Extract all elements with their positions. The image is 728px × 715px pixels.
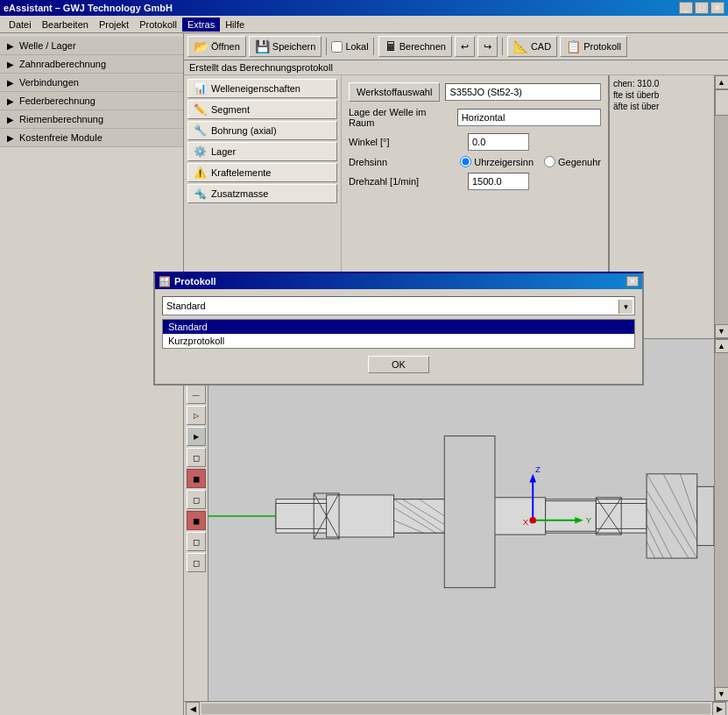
scroll-left-btn[interactable]: ◀ xyxy=(186,702,200,716)
svg-rect-9 xyxy=(444,436,495,588)
lage-label: Lage der Welle im Raum xyxy=(349,107,452,128)
toolbar: 📂 Öffnen 💾 Speichern Lokal 🖩 Berechnen ↩ xyxy=(184,33,728,60)
scroll-h-track xyxy=(201,704,710,714)
zusatzmasse-btn[interactable]: 🔩 Zusatzmasse xyxy=(187,184,337,203)
save-button[interactable]: 💾 Speichern xyxy=(249,36,322,57)
zusatzmasse-icon: 🔩 xyxy=(194,188,208,200)
sidebar-item-verbindungen[interactable]: ▶ Verbindungen xyxy=(0,74,183,92)
winkel-input[interactable] xyxy=(468,133,529,151)
bohrung-btn[interactable]: 🔧 Bohrung (axial) xyxy=(187,121,337,140)
minimize-btn[interactable]: _ xyxy=(679,2,693,14)
werkstoff-button[interactable]: Werkstoffauswahl xyxy=(349,82,440,102)
local-label: Lokal xyxy=(345,41,368,52)
svg-point-34 xyxy=(529,517,536,524)
tool-11[interactable]: ◻ xyxy=(187,553,206,572)
menu-bearbeiten[interactable]: Bearbeiten xyxy=(37,18,94,32)
tool-6[interactable]: ◻ xyxy=(187,448,206,467)
dropdown-item-kurzprotokoll[interactable]: Kurzprotokoll xyxy=(163,334,634,348)
calculate-icon: 🖩 xyxy=(385,39,397,53)
lager-btn[interactable]: ⚙️ Lager xyxy=(187,142,337,161)
werkstoff-input[interactable] xyxy=(445,83,601,101)
segment-icon: ✏️ xyxy=(194,103,208,116)
tool-7[interactable]: ◼ xyxy=(187,469,206,488)
sidebar-arrow-verbindungen: ▶ xyxy=(7,78,14,88)
sidebar-label-feder: Federberechnung xyxy=(19,96,95,106)
tool-9[interactable]: ◼ xyxy=(187,511,206,530)
lage-input[interactable] xyxy=(457,109,601,126)
segment-btn[interactable]: ✏️ Segment xyxy=(187,100,337,119)
local-checkbox[interactable] xyxy=(331,41,343,53)
gegenuhr-label[interactable]: Gegenuhr xyxy=(544,156,601,167)
tool-10[interactable]: ◻ xyxy=(187,532,206,551)
right-scrollbar[interactable]: ▲ ▼ xyxy=(714,75,728,338)
maximize-btn[interactable]: □ xyxy=(695,2,709,14)
viewport-tools: 🔍 ✋ — ▷ ▶ ◻ ◼ ◻ ◼ ◻ ◻ xyxy=(184,339,209,701)
lager-label: Lager xyxy=(211,146,236,157)
welleneigenschaften-btn[interactable]: 📊 Welleneigenschaften xyxy=(187,79,337,98)
dropdown-item-standard[interactable]: Standard xyxy=(163,320,634,334)
lage-row: Lage der Welle im Raum xyxy=(349,107,601,128)
select-container: Standard ▼ xyxy=(162,296,635,315)
scroll-right-btn[interactable]: ▶ xyxy=(712,702,726,716)
viewport-scroll-up[interactable]: ▲ xyxy=(715,339,729,353)
winkel-row: Winkel [°] xyxy=(349,133,601,151)
svg-text:Y: Y xyxy=(586,515,592,525)
tool-3[interactable]: — xyxy=(187,385,206,404)
menu-datei[interactable]: Datei xyxy=(4,18,37,32)
dialog-footer: OK xyxy=(162,352,635,377)
open-icon: 📂 xyxy=(194,39,209,53)
svg-rect-4 xyxy=(327,495,394,537)
open-label: Öffnen xyxy=(211,41,240,52)
redo-icon: ↪ xyxy=(484,41,491,53)
sidebar-arrow-welle: ▶ xyxy=(7,41,14,51)
drehzahl-label: Drehzahl [1/min] xyxy=(349,176,463,187)
uhrzeigersinn-label[interactable]: Uhrzeigersinn xyxy=(460,156,534,167)
svg-rect-3 xyxy=(276,504,327,529)
drehzahl-input[interactable] xyxy=(468,173,529,190)
menu-projekt[interactable]: Projekt xyxy=(94,18,134,32)
sidebar-arrow-zahnrad: ▶ xyxy=(7,60,14,69)
select-value: Standard xyxy=(166,301,631,311)
dialog-body: Standard ▼ Standard Kurzprotokoll OK xyxy=(155,289,642,384)
undo-button[interactable]: ↩ xyxy=(455,36,475,57)
scroll-up-btn[interactable]: ▲ xyxy=(715,75,729,89)
open-button[interactable]: 📂 Öffnen xyxy=(187,36,246,57)
viewport-container: 🔍 ✋ — ▷ ▶ ◻ ◼ ◻ ◼ ◻ ◻ xyxy=(184,338,728,701)
sidebar-item-welle[interactable]: ▶ Welle / Lager xyxy=(0,37,183,55)
sidebar-item-riemen[interactable]: ▶ Riemenberechnung xyxy=(0,110,183,129)
dialog-ok-btn[interactable]: OK xyxy=(368,356,429,373)
sidebar-label-welle: Welle / Lager xyxy=(19,40,76,51)
close-window-btn[interactable]: ✕ xyxy=(710,2,724,14)
sidebar-item-kostenfreie[interactable]: ▶ Kostenfreie Module xyxy=(0,129,183,147)
scroll-down-btn[interactable]: ▼ xyxy=(715,324,729,338)
menu-extras[interactable]: Extras xyxy=(182,18,220,32)
uhrzeigersinn-radio[interactable] xyxy=(460,156,471,167)
cad-button[interactable]: 📐 CAD xyxy=(507,36,557,57)
local-checkbox-label[interactable]: Lokal xyxy=(331,41,368,53)
viewport-scrollbar[interactable]: ▲ ▼ xyxy=(714,339,728,701)
info-line-2: fte ist überb xyxy=(613,90,710,100)
kraftelemente-btn[interactable]: ⚠️ Kraftelemente xyxy=(187,163,337,182)
horizontal-scrollbar[interactable]: ◀ ▶ xyxy=(184,701,728,715)
viewport-scroll-down[interactable]: ▼ xyxy=(715,687,729,701)
winkel-label: Winkel [°] xyxy=(349,137,463,147)
dialog-close-btn[interactable]: ✕ xyxy=(626,276,639,287)
zusatzmasse-label: Zusatzmasse xyxy=(211,188,268,199)
sidebar-arrow-feder: ▶ xyxy=(7,96,14,106)
svg-rect-11 xyxy=(697,486,714,545)
tool-4[interactable]: ▷ xyxy=(187,406,206,425)
sidebar-item-feder[interactable]: ▶ Federberechnung xyxy=(0,92,183,110)
gegenuhr-radio[interactable] xyxy=(544,156,555,167)
calculate-button[interactable]: 🖩 Berechnen xyxy=(378,36,452,57)
cad-label: CAD xyxy=(531,41,551,52)
protocol-button[interactable]: 📋 Protokoll xyxy=(560,36,627,57)
tool-5[interactable]: ▶ xyxy=(187,427,206,446)
svg-text:Z: Z xyxy=(535,464,541,474)
menu-protokoll[interactable]: Protokoll xyxy=(134,18,182,32)
redo-button[interactable]: ↪ xyxy=(477,36,498,57)
tool-8[interactable]: ◻ xyxy=(187,490,206,509)
window-controls[interactable]: _ □ ✕ xyxy=(679,2,724,14)
scroll-thumb[interactable] xyxy=(715,89,729,116)
sidebar-item-zahnrad[interactable]: ▶ Zahnradberechnung xyxy=(0,55,183,74)
menu-hilfe[interactable]: Hilfe xyxy=(220,18,250,32)
